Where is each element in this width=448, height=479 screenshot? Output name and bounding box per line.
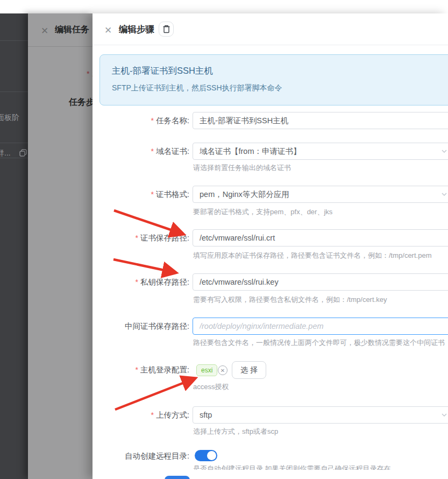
task-steps-label: 任务步骤 [69,97,93,108]
help-text: 是否自动创建远程目录,如果关闭则你需要自己确保远程目录存在 [193,465,448,470]
divider [0,91,28,92]
edit-step-drawer: ✕ 编辑步骤 主机-部署证书到SSH主机 SFTP上传证书到主机，然后SSH执行… [93,13,448,479]
step-info-title: 主机-部署证书到SSH主机 [112,65,213,77]
domain-cert-select[interactable] [193,143,448,160]
required-asterisk: * [136,365,138,374]
drawer-title: 编辑任务 [55,24,89,36]
field-label-cert-format: * 证书格式: [103,186,189,203]
field-label-intermediate-cert-path: 中间证书保存路径: [103,318,189,335]
table-cell-text: 面板阶 [0,113,19,123]
help-text: 请选择前置任务输出的域名证书 [193,163,291,173]
help-text: 选择上传方式，sftp或者scp [193,427,278,436]
field-label-cert-save-path: * 证书保存路径: [103,229,189,246]
auto-create-dir-switch[interactable] [195,450,217,461]
required-asterisk: * [151,190,154,199]
key-save-path-input[interactable] [193,273,448,291]
close-icon[interactable]: ✕ [41,25,48,37]
host-config-tag[interactable]: esxi [196,364,217,376]
drawer-title: 编辑步骤 [119,24,154,36]
edit-task-drawer: ✕ 编辑任务 * 超 任务步骤 [28,13,93,479]
help-text: access授权 [193,382,229,392]
submit-button[interactable] [165,476,190,479]
step-info-box [99,54,448,105]
table-cell-text: 群... [0,149,11,158]
help-text: 填写应用原本的证书保存路径，路径要包含证书文件名，例如：/tmp/cert.pe… [193,251,431,260]
divider [0,40,28,41]
help-text: 要部署的证书格式，支持pem、pfx、der、jks [193,207,332,217]
task-name-input[interactable] [193,112,448,129]
field-label-auto-create-remote-dir: 自动创建远程目录: [103,447,189,464]
cert-format-select[interactable] [193,186,448,203]
divider [28,46,93,47]
upload-method-select[interactable] [193,406,448,424]
help-text: 路径要包含文件名，一般情况传上面两个文件即可，极少数情况需要这个中间证书 [193,338,445,348]
divider [0,143,28,143]
field-label-upload-method: * 上传方式: [103,406,189,424]
required-asterisk: * [151,411,154,419]
background-page-strip: 面板阶 群... [0,13,28,479]
choose-host-button[interactable]: 选 择 [232,361,266,379]
field-label-key-save-path: * 私钥保存路径: [103,273,189,291]
trash-icon [162,25,170,33]
copy-icon[interactable] [19,149,27,157]
field-label-task-name: * 任务名称: [103,112,189,129]
step-info-subtitle: SFTP上传证书到主机，然后SSH执行部署脚本命令 [112,83,282,93]
intermediate-cert-path-input[interactable] [193,318,448,335]
chevron-down-icon [441,148,447,154]
divider [93,45,448,45]
required-asterisk: * [151,116,154,125]
required-asterisk: * [151,147,154,156]
switch-knob [207,451,216,460]
required-asterisk: * [87,69,89,78]
help-text: 需要有写入权限，路径要包含私钥文件名，例如：/tmp/cert.key [193,295,387,305]
delete-step-button[interactable] [159,22,174,37]
field-label-host-login-config: * 主机登录配置: [103,361,189,378]
chevron-down-icon [441,191,447,198]
circle-close-icon[interactable]: ✕ [218,365,227,375]
field-label-domain-cert: * 域名证书: [103,143,189,160]
chevron-down-icon [441,412,447,418]
close-icon[interactable]: ✕ [104,25,112,36]
required-asterisk: * [136,278,138,286]
cert-save-path-input[interactable] [193,229,448,246]
required-asterisk: * [136,234,138,242]
